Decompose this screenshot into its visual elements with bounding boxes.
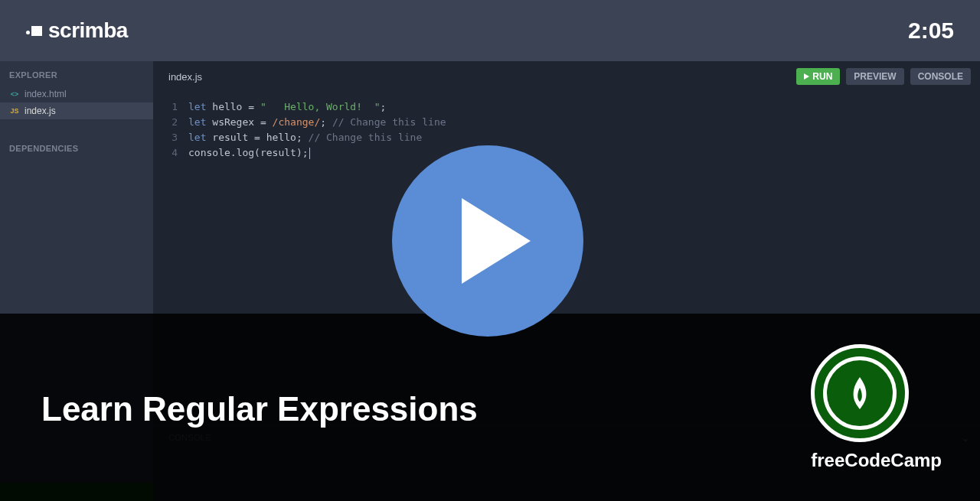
- file-item-index-html[interactable]: <> index.html: [0, 86, 153, 102]
- timer: 2:05: [908, 18, 954, 44]
- header: scrimba 2:05: [0, 0, 980, 61]
- play-icon: [804, 73, 809, 80]
- tab-buttons: RUN PREVIEW CONSOLE: [796, 68, 971, 85]
- gutter: 2: [153, 115, 188, 130]
- dependencies-heading: DEPENDENCIES: [0, 135, 153, 159]
- sidebar: EXPLORER <> index.html JS index.js DEPEN…: [0, 61, 153, 501]
- explorer-heading: EXPLORER: [0, 61, 153, 86]
- code-line: 1 let hello = " Hello, World! ";: [153, 99, 980, 115]
- file-item-index-js[interactable]: JS index.js: [0, 102, 153, 119]
- file-label: index.js: [24, 106, 56, 116]
- active-tab-label[interactable]: index.js: [162, 71, 202, 83]
- chevron-down-icon[interactable]: ⌄: [962, 433, 969, 444]
- bottom-bar: [0, 483, 153, 501]
- run-label: RUN: [812, 71, 832, 82]
- gutter: 1: [153, 99, 188, 115]
- code-line: 3 let result = hello; // Change this lin…: [153, 130, 980, 145]
- console-label: CONSOLE: [168, 433, 211, 442]
- gutter: 4: [153, 145, 188, 161]
- file-label: index.html: [24, 89, 67, 99]
- play-button[interactable]: [392, 145, 583, 337]
- logo[interactable]: scrimba: [26, 18, 128, 43]
- play-icon: [462, 198, 531, 284]
- js-icon: JS: [9, 106, 20, 116]
- code-line: 4 console.log(result);: [153, 145, 980, 161]
- console-panel[interactable]: CONSOLE ⌄: [153, 425, 980, 501]
- gutter: 3: [153, 130, 188, 145]
- preview-button[interactable]: PREVIEW: [846, 68, 903, 85]
- code-line: 2 let wsRegex = /change/; // Change this…: [153, 115, 980, 130]
- html-icon: <>: [9, 89, 20, 99]
- brand-text: scrimba: [48, 18, 128, 43]
- logo-icon: [26, 26, 42, 36]
- console-button[interactable]: CONSOLE: [910, 68, 971, 85]
- cursor: [309, 148, 310, 159]
- editor-tabs: index.js RUN PREVIEW CONSOLE: [153, 61, 980, 92]
- run-button[interactable]: RUN: [796, 68, 840, 85]
